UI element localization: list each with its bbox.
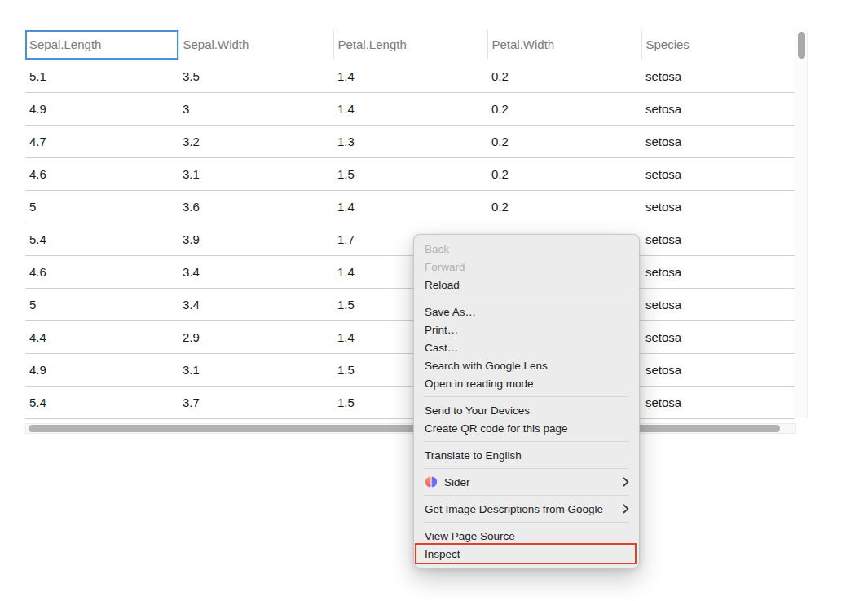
- column-header-petal-length[interactable]: Petal.Length: [333, 30, 487, 60]
- table-cell: 3.1: [178, 353, 333, 386]
- menu-separator: [424, 298, 629, 298]
- table-cell: 1.3: [333, 125, 487, 157]
- menu-item-cast[interactable]: Cast…: [414, 338, 639, 356]
- menu-item-back: Back: [414, 240, 639, 258]
- menu-item-label: Search with Google Lens: [425, 360, 548, 372]
- menu-item-label: Inspect: [425, 548, 460, 560]
- data-table: Sepal.LengthSepal.WidthPetal.LengthPetal…: [25, 30, 795, 419]
- column-header-sepal-width[interactable]: Sepal.Width: [178, 30, 333, 60]
- menu-item-label: Translate to English: [425, 449, 522, 462]
- menu-item-label: Open in reading mode: [425, 378, 534, 390]
- table-cell: 2.9: [178, 320, 333, 353]
- table-row: 4.63.41.4setosa: [25, 255, 795, 288]
- data-table-container: Sepal.LengthSepal.WidthPetal.LengthPetal…: [25, 30, 795, 419]
- menu-item-sider[interactable]: Sider: [414, 473, 639, 491]
- table-cell: 4.4: [25, 320, 178, 353]
- table-cell: 1.4: [333, 190, 487, 223]
- table-cell: setosa: [641, 320, 795, 353]
- table-row: 5.43.71.5setosa: [25, 386, 795, 418]
- menu-item-translate-to-english[interactable]: Translate to English: [414, 446, 639, 464]
- table-cell: setosa: [641, 288, 795, 320]
- menu-item-send-to-your-devices[interactable]: Send to Your Devices: [414, 401, 639, 419]
- table-cell: setosa: [641, 125, 795, 157]
- menu-separator: [424, 522, 629, 523]
- menu-item-label: Create QR code for this page: [425, 422, 568, 435]
- table-cell: 1.4: [333, 60, 487, 92]
- table-cell: 4.7: [25, 125, 178, 157]
- menu-item-open-in-reading-mode[interactable]: Open in reading mode: [414, 374, 639, 392]
- table-cell: 1.4: [333, 92, 487, 125]
- horizontal-scrollbar[interactable]: [25, 423, 796, 434]
- vertical-scrollbar[interactable]: [795, 30, 808, 418]
- menu-item-view-page-source[interactable]: View Page Source: [414, 527, 639, 545]
- table-cell: setosa: [641, 190, 795, 223]
- menu-item-reload[interactable]: Reload: [414, 276, 639, 294]
- menu-item-label: Send to Your Devices: [425, 404, 530, 417]
- table-cell: 4.6: [25, 157, 178, 190]
- table-cell: 5: [25, 288, 178, 320]
- menu-item-forward: Forward: [414, 258, 639, 276]
- table-cell: setosa: [641, 157, 795, 190]
- table-row: 5.43.91.7setosa: [25, 223, 795, 255]
- table-row: 4.931.40.2setosa: [25, 92, 795, 125]
- table-cell: setosa: [641, 353, 795, 386]
- menu-separator: [424, 441, 629, 442]
- table-cell: setosa: [641, 92, 795, 125]
- table-cell: 3.7: [178, 386, 333, 418]
- table-row: 4.42.91.4setosa: [25, 320, 795, 353]
- menu-item-label: Back: [425, 243, 449, 255]
- table-cell: 5.4: [25, 386, 178, 418]
- table-row: 4.93.11.5setosa: [25, 353, 795, 386]
- table-row: 5.13.51.40.2setosa: [25, 60, 795, 92]
- table-row: 53.41.5setosa: [25, 288, 795, 320]
- table-cell: 0.2: [487, 125, 641, 157]
- menu-item-label: Reload: [425, 279, 460, 291]
- column-header-petal-width[interactable]: Petal.Width: [487, 30, 641, 60]
- table-cell: 4.6: [25, 255, 178, 288]
- menu-item-search-with-google-lens[interactable]: Search with Google Lens: [414, 356, 639, 374]
- table-cell: 5.1: [25, 60, 178, 92]
- horizontal-scrollbar-thumb[interactable]: [29, 425, 780, 432]
- table-cell: 4.9: [25, 353, 178, 386]
- menu-separator: [424, 396, 629, 397]
- column-header-sepal-length[interactable]: Sepal.Length: [25, 30, 178, 60]
- table-cell: 3.1: [178, 157, 333, 190]
- table-cell: 4.9: [25, 92, 178, 125]
- table-cell: 5: [25, 190, 178, 223]
- submenu-chevron-icon: [623, 477, 629, 487]
- table-row: 4.73.21.30.2setosa: [25, 125, 795, 157]
- table-cell: 5.4: [25, 223, 178, 255]
- menu-item-label: Sider: [444, 476, 470, 488]
- menu-item-label: Cast…: [425, 342, 458, 354]
- menu-item-print[interactable]: Print…: [414, 320, 639, 338]
- menu-item-get-image-descriptions-from-google[interactable]: Get Image Descriptions from Google: [414, 500, 639, 518]
- sider-brain-icon: [425, 476, 438, 488]
- table-cell: 0.2: [487, 60, 641, 92]
- table-cell: setosa: [641, 60, 795, 92]
- menu-item-save-as[interactable]: Save As…: [414, 303, 639, 320]
- table-cell: 3.2: [178, 125, 333, 157]
- menu-item-label: Print…: [425, 324, 458, 336]
- column-header-species[interactable]: Species: [641, 30, 795, 60]
- table-cell: 1.5: [333, 157, 487, 190]
- table-cell: 0.2: [487, 157, 641, 190]
- table-cell: 3.9: [178, 223, 333, 255]
- table-cell: setosa: [641, 255, 795, 288]
- menu-item-label: View Page Source: [425, 530, 515, 542]
- menu-item-create-qr-code-for-this-page[interactable]: Create QR code for this page: [414, 419, 639, 437]
- menu-item-inspect[interactable]: Inspect: [414, 545, 639, 563]
- table-cell: setosa: [641, 223, 795, 255]
- table-header-row: Sepal.LengthSepal.WidthPetal.LengthPetal…: [25, 30, 795, 60]
- table-cell: 0.2: [487, 92, 641, 125]
- table-cell: 3.4: [178, 255, 333, 288]
- menu-item-label: Save As…: [425, 306, 476, 318]
- menu-separator: [424, 495, 629, 496]
- menu-item-label: Forward: [425, 261, 465, 273]
- table-cell: setosa: [641, 386, 795, 418]
- menu-item-label: Get Image Descriptions from Google: [425, 503, 603, 515]
- menu-separator: [424, 468, 629, 469]
- submenu-chevron-icon: [623, 504, 629, 514]
- table-cell: 3: [178, 92, 333, 125]
- vertical-scrollbar-thumb[interactable]: [798, 32, 805, 59]
- table-cell: 0.2: [487, 190, 641, 223]
